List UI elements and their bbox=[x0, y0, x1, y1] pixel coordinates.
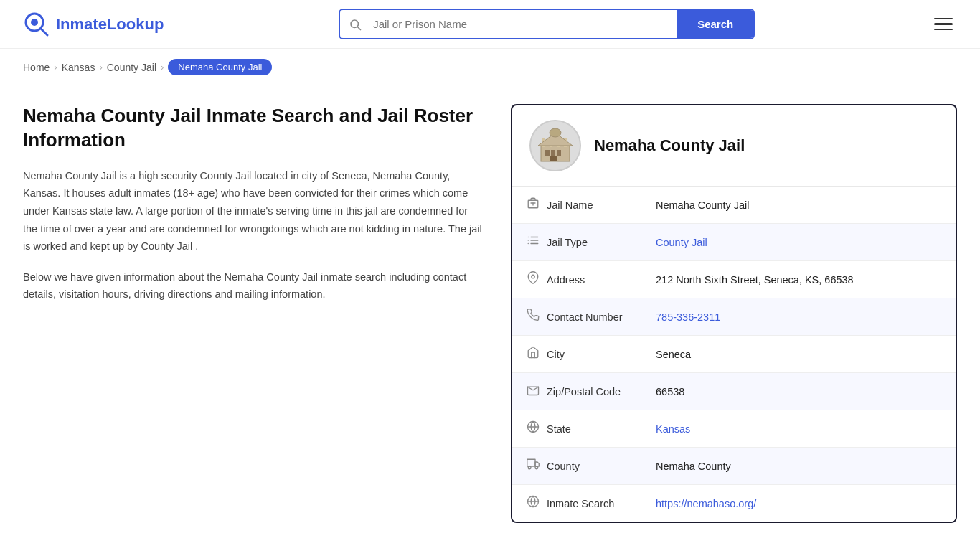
row-label: Jail Type bbox=[547, 237, 588, 248]
site-header: InmateLookup Search bbox=[0, 0, 980, 49]
table-row: Jail TypeCounty Jail bbox=[512, 224, 956, 261]
mail-icon bbox=[527, 383, 540, 400]
table-value-text: Nemaha County Jail bbox=[641, 187, 956, 224]
jail-card: Nemaha County Jail Jail NameNemaha Count… bbox=[511, 104, 957, 523]
table-row: Address212 North Sixth Street, Seneca, K… bbox=[512, 261, 956, 298]
logo-part2: Lookup bbox=[107, 15, 164, 33]
table-value-link[interactable]: Kansas bbox=[656, 423, 690, 435]
sep2: › bbox=[99, 62, 102, 72]
svg-line-4 bbox=[358, 27, 361, 29]
table-label-cell: Zip/Postal Code bbox=[512, 373, 641, 410]
svg-marker-29 bbox=[535, 462, 539, 466]
jail-avatar bbox=[529, 120, 581, 171]
search-icon bbox=[349, 18, 362, 31]
list-icon bbox=[527, 234, 540, 250]
table-value-link[interactable]: 785-336-2311 bbox=[656, 311, 720, 323]
svg-point-2 bbox=[31, 19, 38, 26]
page-description-1: Nemaha County Jail is a high security Co… bbox=[23, 167, 482, 255]
site-logo[interactable]: InmateLookup bbox=[23, 11, 164, 38]
jail-building-icon bbox=[535, 126, 575, 166]
table-row: Zip/Postal Code66538 bbox=[512, 373, 956, 410]
table-value-cell[interactable]: 785-336-2311 bbox=[641, 298, 956, 336]
row-label: State bbox=[547, 423, 571, 435]
table-value-cell[interactable]: https://nemahaso.org/ bbox=[641, 485, 956, 522]
table-row: CitySeneca bbox=[512, 336, 956, 373]
table-label-cell: Contact Number bbox=[512, 298, 641, 336]
breadcrumb-category[interactable]: County Jail bbox=[107, 62, 156, 73]
sep1: › bbox=[54, 62, 57, 72]
svg-rect-8 bbox=[557, 150, 561, 156]
search-icon-wrap bbox=[340, 18, 370, 31]
table-value-text: 66538 bbox=[641, 373, 956, 410]
right-column: Nemaha County Jail Jail NameNemaha Count… bbox=[511, 104, 957, 523]
search-bar: Search bbox=[339, 9, 755, 39]
building-icon bbox=[527, 197, 540, 213]
breadcrumb-home[interactable]: Home bbox=[23, 62, 50, 73]
svg-point-31 bbox=[535, 466, 538, 469]
row-label: City bbox=[547, 349, 565, 360]
svg-line-1 bbox=[41, 29, 47, 35]
row-label: County bbox=[547, 461, 580, 472]
table-label-cell: Jail Name bbox=[512, 187, 641, 224]
svg-point-15 bbox=[550, 128, 561, 137]
table-value-text: Seneca bbox=[641, 336, 956, 373]
logo-text: InmateLookup bbox=[56, 15, 164, 34]
hamburger-menu[interactable] bbox=[930, 14, 957, 35]
hamburger-line2 bbox=[934, 23, 953, 25]
table-row: Jail NameNemaha County Jail bbox=[512, 187, 956, 224]
search-input[interactable] bbox=[370, 11, 677, 37]
table-row: CountyNemaha County bbox=[512, 448, 956, 485]
table-value-link[interactable]: https://nemahaso.org/ bbox=[656, 498, 756, 509]
city-icon bbox=[527, 346, 540, 362]
pin-icon bbox=[527, 271, 540, 288]
row-label: Inmate Search bbox=[547, 498, 614, 509]
table-value-cell[interactable]: County Jail bbox=[641, 224, 956, 261]
search-globe-icon bbox=[527, 495, 540, 512]
table-label-cell: Inmate Search bbox=[512, 485, 641, 522]
table-value-text: Nemaha County bbox=[641, 448, 956, 485]
jail-card-header: Nemaha County Jail bbox=[512, 105, 956, 187]
county-icon bbox=[527, 458, 540, 474]
svg-point-30 bbox=[528, 466, 531, 469]
table-label-cell: City bbox=[512, 336, 641, 373]
table-value-link[interactable]: County Jail bbox=[656, 237, 707, 248]
hamburger-line3 bbox=[934, 29, 953, 31]
search-button[interactable]: Search bbox=[677, 10, 753, 38]
table-value-text: 212 North Sixth Street, Seneca, KS, 6653… bbox=[641, 261, 956, 298]
svg-rect-6 bbox=[545, 150, 550, 156]
table-row: StateKansas bbox=[512, 410, 956, 448]
row-label: Address bbox=[547, 274, 585, 286]
breadcrumb-current: Nemaha County Jail bbox=[168, 59, 272, 75]
row-label: Jail Name bbox=[547, 199, 593, 211]
table-label-cell: Jail Type bbox=[512, 224, 641, 261]
breadcrumb: Home › Kansas › County Jail › Nemaha Cou… bbox=[0, 49, 980, 83]
table-label-cell: County bbox=[512, 448, 641, 485]
row-label: Contact Number bbox=[547, 311, 623, 323]
svg-point-25 bbox=[532, 275, 535, 278]
jail-info-table: Jail NameNemaha County JailJail TypeCoun… bbox=[512, 187, 956, 522]
globe-icon bbox=[527, 420, 540, 437]
row-label: Zip/Postal Code bbox=[547, 386, 621, 397]
table-label-cell: State bbox=[512, 410, 641, 448]
phone-icon bbox=[527, 309, 540, 325]
sep3: › bbox=[161, 62, 164, 72]
jail-card-name: Nemaha County Jail bbox=[594, 136, 745, 155]
table-value-cell[interactable]: Kansas bbox=[641, 410, 956, 448]
logo-part1: Inmate bbox=[56, 15, 107, 33]
svg-rect-7 bbox=[551, 150, 555, 156]
table-row: Inmate Searchhttps://nemahaso.org/ bbox=[512, 485, 956, 522]
table-row: Contact Number785-336-2311 bbox=[512, 298, 956, 336]
svg-rect-9 bbox=[550, 156, 557, 161]
table-label-cell: Address bbox=[512, 261, 641, 298]
logo-icon bbox=[23, 11, 50, 38]
hamburger-line1 bbox=[934, 18, 953, 20]
page-title: Nemaha County Jail Inmate Search and Jai… bbox=[23, 104, 482, 153]
breadcrumb-state[interactable]: Kansas bbox=[62, 62, 95, 73]
left-column: Nemaha County Jail Inmate Search and Jai… bbox=[23, 104, 482, 523]
page-description-2: Below we have given information about th… bbox=[23, 268, 482, 303]
svg-rect-28 bbox=[527, 459, 535, 466]
main-content: Nemaha County Jail Inmate Search and Jai… bbox=[0, 83, 980, 551]
